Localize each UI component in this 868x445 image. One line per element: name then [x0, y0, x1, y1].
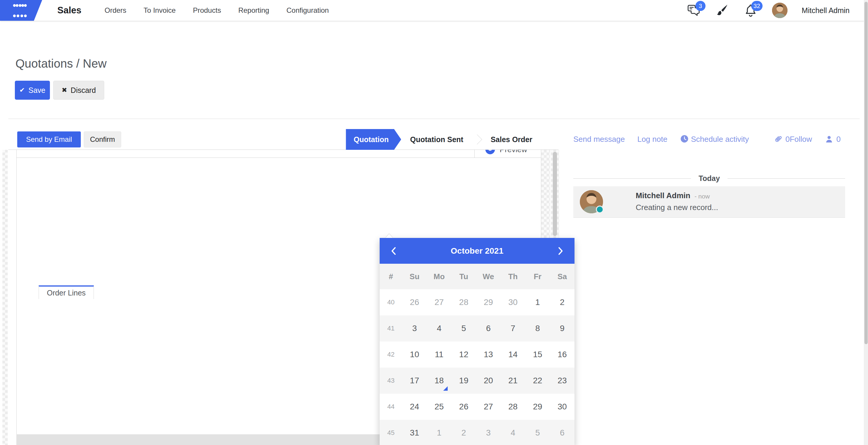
stage-quotation[interactable]: Quotation	[346, 129, 401, 150]
calendar-day[interactable]: 27	[476, 394, 501, 420]
calendar-day[interactable]: 3	[402, 315, 427, 341]
calendar-day[interactable]: 24	[402, 394, 427, 420]
datepicker-month-title[interactable]: October 2021	[451, 246, 503, 256]
calendar-day[interactable]: 17	[402, 368, 427, 394]
message-author[interactable]: Mitchell Admin	[636, 191, 690, 200]
menu-configuration[interactable]: Configuration	[286, 6, 329, 14]
apps-menu-button[interactable]	[0, 0, 42, 21]
scrollbar-thumb[interactable]	[553, 152, 557, 236]
calendar-day[interactable]: 19	[452, 368, 476, 394]
calendar-week-number: 40	[380, 299, 402, 306]
calendar-day[interactable]: 29	[525, 394, 550, 420]
calendar-week-number: 43	[380, 377, 402, 384]
save-label: Save	[29, 86, 45, 95]
calendar-week-row: 4424252627282930	[380, 394, 575, 420]
paperclip-icon	[772, 133, 784, 145]
paintbrush-icon	[716, 4, 729, 17]
week-number-header: #	[380, 272, 402, 281]
calendar-day[interactable]: 22	[525, 368, 550, 394]
calendar-day[interactable]: 4	[500, 420, 525, 445]
chevron-left-icon	[390, 246, 397, 255]
user-avatar[interactable]	[772, 3, 787, 18]
calendar-day[interactable]: 5	[525, 420, 550, 445]
check-icon: ✔	[19, 86, 25, 94]
schedule-activity-label: Schedule activity	[691, 135, 749, 144]
menu-reporting[interactable]: Reporting	[238, 6, 269, 14]
calendar-day[interactable]: 4	[427, 315, 452, 341]
messages-button[interactable]: 3	[686, 3, 701, 18]
calendar-day[interactable]: 8	[525, 315, 550, 341]
calendar-day[interactable]: 20	[476, 368, 501, 394]
calendar-day[interactable]: 23	[550, 368, 575, 394]
customer-preview-button[interactable]: Preview	[474, 150, 541, 158]
previous-month-button[interactable]	[390, 246, 398, 256]
calendar-day[interactable]: 27	[427, 289, 452, 315]
page-vertical-scrollbar[interactable]	[864, 0, 868, 445]
calendar-day[interactable]: 26	[452, 394, 476, 420]
schedule-activity-button[interactable]: Schedule activity	[680, 134, 749, 144]
next-month-button[interactable]	[557, 246, 564, 256]
log-note-button[interactable]: Log note	[637, 135, 667, 144]
weekday-label: Sa	[550, 272, 575, 281]
calendar-day[interactable]: 16	[550, 341, 575, 368]
calendar-day[interactable]: 9	[550, 315, 575, 341]
breadcrumb: Quotations / New	[16, 57, 106, 70]
online-status-dot	[596, 206, 603, 213]
calendar-day[interactable]: 25	[427, 394, 452, 420]
calendar-day[interactable]: 2	[452, 420, 476, 445]
calendar-day[interactable]: 12	[452, 341, 476, 368]
calendar-week-number: 42	[380, 351, 402, 358]
calendar-week-number: 45	[380, 429, 402, 437]
follow-button[interactable]: Follow	[789, 135, 812, 144]
calendar-week-number: 44	[380, 403, 402, 411]
calendar-day[interactable]: 2	[550, 289, 575, 315]
stage-sales-order[interactable]: Sales Order	[482, 135, 541, 144]
calendar-day[interactable]: 11	[427, 341, 452, 368]
calendar-week-row: 40262728293012	[380, 289, 575, 315]
calendar-day[interactable]: 29	[476, 289, 501, 315]
calendar-day[interactable]: 1	[427, 420, 452, 445]
scrollbar-thumb[interactable]	[864, 2, 868, 344]
user-menu[interactable]: Mitchell Admin	[802, 6, 849, 15]
app-name[interactable]: Sales	[57, 5, 82, 16]
weekday-label: Fr	[525, 272, 550, 281]
calendar-day[interactable]: 3	[476, 420, 501, 445]
menu-products[interactable]: Products	[193, 6, 221, 14]
calendar-day[interactable]: 30	[550, 394, 575, 420]
calendar-day[interactable]: 28	[452, 289, 476, 315]
clock-icon	[680, 134, 689, 143]
followers-button[interactable]: 0	[825, 135, 841, 144]
calendar-day[interactable]: 31	[402, 420, 427, 445]
calendar-day[interactable]: 6	[476, 315, 501, 341]
stage-quotation-sent[interactable]: Quotation Sent	[401, 135, 472, 144]
breadcrumb-quotations[interactable]: Quotations	[16, 57, 73, 70]
calendar-grid: 4026272829301241345678942101112131415164…	[380, 289, 575, 445]
chatter-message: Mitchell Admin - now Creating a new reco…	[573, 186, 845, 218]
calendar-day[interactable]: 15	[525, 341, 550, 368]
send-by-email-button[interactable]: Send by Email	[17, 131, 81, 147]
discard-button[interactable]: ✖ Discard	[53, 81, 104, 100]
calendar-day[interactable]: 21	[500, 368, 525, 394]
calendar-day[interactable]: 30	[500, 289, 525, 315]
attachments-button[interactable]: 0	[774, 135, 789, 144]
calendar-day-today[interactable]: 18	[427, 368, 452, 394]
calendar-day[interactable]: 26	[402, 289, 427, 315]
notifications-button[interactable]: 32	[744, 3, 758, 18]
confirm-button[interactable]: Confirm	[84, 131, 121, 147]
tab-order-lines[interactable]: Order Lines	[39, 285, 94, 299]
menu-orders[interactable]: Orders	[104, 6, 126, 14]
calendar-day[interactable]: 14	[500, 341, 525, 368]
person-icon	[825, 135, 834, 144]
calendar-day[interactable]: 7	[500, 315, 525, 341]
calendar-day[interactable]: 10	[402, 341, 427, 368]
calendar-day[interactable]: 1	[525, 289, 550, 315]
send-message-button[interactable]: Send message	[573, 135, 625, 144]
theme-brush-button[interactable]	[715, 3, 729, 18]
calendar-day[interactable]: 5	[452, 315, 476, 341]
weekday-label: Su	[402, 272, 427, 281]
calendar-day[interactable]: 6	[550, 420, 575, 445]
calendar-day[interactable]: 28	[500, 394, 525, 420]
calendar-day[interactable]: 13	[476, 341, 501, 368]
menu-to-invoice[interactable]: To Invoice	[144, 6, 176, 14]
save-button[interactable]: ✔ Save	[15, 81, 50, 100]
